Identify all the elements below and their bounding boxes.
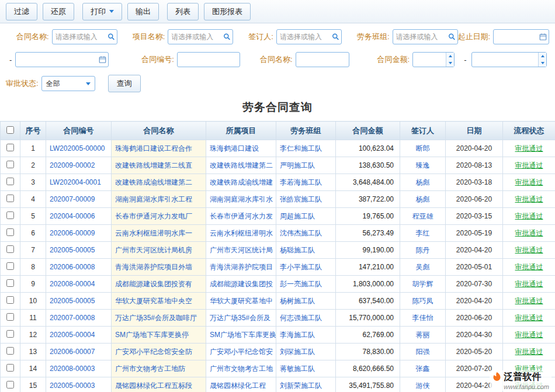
team-link[interactable]: 李若海施工队: [280, 178, 322, 186]
signer-link[interactable]: 杨彪: [416, 195, 430, 203]
name-link[interactable]: 成都能源建设集团投资有: [115, 280, 192, 288]
search-icon[interactable]: [107, 33, 115, 41]
team-link[interactable]: 张皓宸施工队: [280, 195, 322, 203]
print-button[interactable]: 打印: [82, 3, 122, 20]
row-checkbox[interactable]: [6, 228, 14, 236]
signer-link[interactable]: 阳强: [416, 348, 430, 356]
project-link[interactable]: 晟铭园林绿化工程: [210, 381, 266, 390]
project-link[interactable]: 长春市伊通河水力发: [210, 212, 273, 220]
column-header-name[interactable]: 合同名称: [112, 122, 206, 140]
row-checkbox[interactable]: [6, 330, 14, 338]
column-header-status[interactable]: 流程状态: [503, 122, 555, 140]
team-link[interactable]: 刘琛施工队: [280, 348, 315, 356]
query-button[interactable]: 查询: [108, 75, 141, 92]
no-link[interactable]: 202004-00006: [50, 212, 95, 220]
spin-down-icon[interactable]: [539, 60, 546, 67]
name-link[interactable]: 万达广场35#会所及咖啡厅: [115, 314, 197, 322]
spin-up-icon[interactable]: [539, 53, 546, 60]
status-link[interactable]: 审批通过: [515, 297, 543, 305]
row-checkbox[interactable]: [6, 178, 14, 185]
signer-link[interactable]: 程亚雄: [412, 212, 433, 220]
list-view-button[interactable]: 列表: [167, 3, 199, 20]
signer-link[interactable]: 蒋丽: [416, 331, 430, 339]
no-link[interactable]: 202006-00007: [50, 348, 95, 356]
team-link[interactable]: 刘新荣施工队: [280, 381, 322, 390]
approval-status-select[interactable]: 全部: [41, 76, 95, 91]
spin-up-icon[interactable]: [446, 53, 454, 60]
row-checkbox[interactable]: [6, 211, 14, 219]
select-all-checkbox[interactable]: [6, 126, 14, 134]
signer-link[interactable]: 陈丹: [416, 246, 430, 254]
signer-link[interactable]: 张鑫: [416, 365, 430, 373]
status-link[interactable]: 审批通过: [515, 348, 543, 356]
name-link[interactable]: 华软大厦研究基地中央空: [115, 297, 192, 305]
signer-link[interactable]: 臻逸: [416, 161, 430, 169]
name-link[interactable]: 长春市伊通河水力发电厂: [115, 212, 192, 220]
no-link[interactable]: 202008-00004: [50, 280, 95, 288]
signer-link[interactable]: 杨彪: [416, 178, 430, 186]
amount-max-input[interactable]: [471, 52, 547, 67]
search-icon[interactable]: [332, 33, 339, 41]
no-link[interactable]: 202005-00003: [50, 381, 95, 390]
search-icon[interactable]: [223, 33, 231, 41]
column-header-project[interactable]: 所属项目: [206, 122, 276, 140]
project-link[interactable]: 改建铁路线增建第二: [210, 161, 273, 169]
status-link[interactable]: 审批通过: [515, 365, 543, 373]
column-header-no[interactable]: 合同编号: [46, 122, 112, 140]
team-link[interactable]: 严明施工队: [280, 161, 315, 169]
no-link[interactable]: LW202004-0001: [50, 178, 101, 186]
row-checkbox[interactable]: [6, 262, 14, 270]
column-header-seq[interactable]: 序号: [20, 122, 46, 140]
row-checkbox[interactable]: [6, 279, 14, 287]
filter-button[interactable]: 过滤: [6, 3, 37, 20]
column-header-team[interactable]: 劳务班组: [276, 122, 336, 140]
row-checkbox[interactable]: [6, 347, 14, 355]
row-checkbox[interactable]: [6, 313, 14, 321]
project-link[interactable]: 成都能源建设集团投: [210, 280, 273, 288]
signer-link[interactable]: 断郎: [416, 144, 430, 152]
project-link[interactable]: 湖南洞庭湖水库引水: [210, 195, 273, 203]
status-link[interactable]: 审批通过: [515, 229, 543, 237]
team-link[interactable]: 何志强施工队: [280, 314, 322, 322]
name-link[interactable]: 改建铁路线增建第二线直: [115, 161, 192, 169]
project-link[interactable]: 华软大厦研究基地中: [210, 297, 273, 305]
status-link[interactable]: 审批通过: [515, 263, 543, 271]
no-link[interactable]: 202009-00002: [50, 161, 95, 169]
row-checkbox[interactable]: [6, 144, 14, 151]
row-checkbox[interactable]: [6, 161, 14, 168]
name-link[interactable]: 广安邓小平纪念馆安全防: [115, 348, 192, 356]
no-link[interactable]: 202007-00009: [50, 195, 95, 203]
graph-report-button[interactable]: 图形报表: [204, 3, 251, 20]
project-link[interactable]: SM广场地下车库更换: [210, 331, 276, 339]
no-link[interactable]: 202006-00008: [50, 263, 95, 271]
status-link[interactable]: 审批通过: [515, 212, 543, 220]
team-link[interactable]: 彭一亮施工队: [280, 280, 322, 288]
project-link[interactable]: 青海洪湖养护院项目: [210, 263, 273, 271]
search-icon[interactable]: [448, 33, 456, 41]
project-link[interactable]: 珠海鹤港口建设: [210, 144, 259, 152]
team-link[interactable]: 周超施工队: [280, 212, 315, 220]
status-link[interactable]: 审批通过: [515, 161, 543, 169]
name-link[interactable]: 广州市文物考古工地防: [115, 365, 185, 373]
row-checkbox[interactable]: [6, 364, 14, 372]
row-checkbox[interactable]: [6, 381, 14, 388]
status-link[interactable]: 审批通过: [515, 280, 543, 288]
team-link[interactable]: 蒋敏施工队: [280, 365, 315, 373]
signer-link[interactable]: 陈巧凤: [412, 297, 433, 305]
name-link[interactable]: 改建铁路成渝线增建第二: [115, 178, 192, 186]
status-link[interactable]: 审批通过: [515, 246, 543, 254]
date-end-input[interactable]: [15, 52, 109, 67]
name-link[interactable]: 青海洪湖养护院项目外墙: [115, 263, 192, 271]
column-header-date[interactable]: 日期: [446, 122, 503, 140]
no-link[interactable]: 202005-00004: [50, 331, 95, 339]
project-link[interactable]: 改建铁路成渝线增建: [210, 178, 273, 186]
no-link[interactable]: 202005-00005: [50, 297, 95, 305]
project-link[interactable]: 云南水利枢纽潜明水: [210, 229, 273, 237]
status-link[interactable]: 审批通过: [515, 314, 543, 322]
project-link[interactable]: 万达广场35#会所及: [210, 314, 270, 322]
column-header-amount[interactable]: 合同金额: [336, 122, 400, 140]
no-link[interactable]: LW202005-00000: [50, 144, 105, 152]
signer-link[interactable]: 李红: [416, 229, 430, 237]
no-link[interactable]: 202006-00009: [50, 229, 95, 237]
team-link[interactable]: 李小平施工队: [280, 263, 322, 271]
